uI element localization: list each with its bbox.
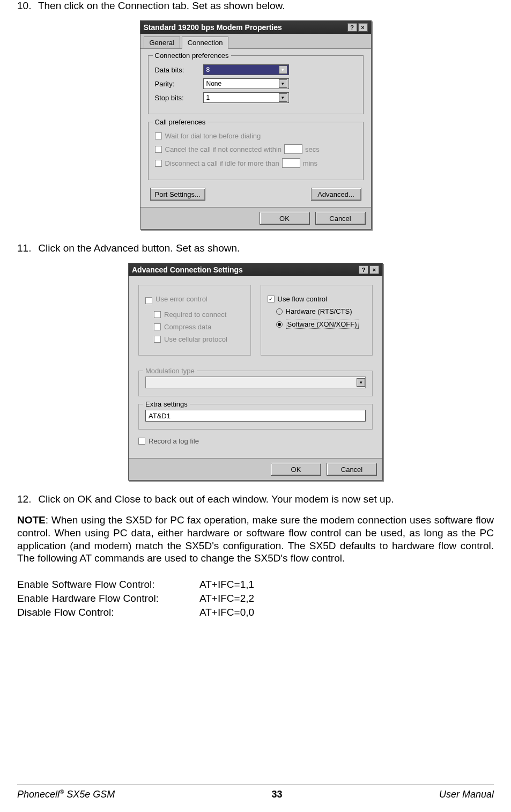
step-12-text: Click on OK and Close to back out of eac… [38,493,394,505]
cmd-value: AT+IFC=2,2 [199,593,254,604]
ok-button[interactable]: OK [260,212,310,225]
hardware-label: Hardware (RTS/CTS) [286,307,352,315]
step-11: 11. Click on the Advanced button. Set as… [17,242,494,254]
chevron-down-icon[interactable]: ▾ [357,378,365,387]
use-flow-label: Use flow control [278,295,327,303]
dialog2-title: Advanced Connection Settings [132,265,243,274]
close-icon[interactable]: × [369,265,379,274]
note-paragraph: NOTE: When using the SX5D for PC fax ope… [17,514,494,565]
footer-right: User Manual [439,789,494,800]
disconnect-label: Disconnect a call if idle for more than [165,159,279,167]
extra-settings-input[interactable] [145,410,366,422]
chevron-down-icon[interactable]: ▾ [279,79,287,88]
page-footer: Phonecell® SX5e GSM 33 User Manual [17,785,494,800]
help-icon[interactable]: ? [347,23,357,32]
step-10-text: Then click on the Connection tab. Set as… [38,0,285,11]
cellular-label: Use cellular protocol [164,335,227,343]
step-10: 10. Then click on the Connection tab. Se… [17,0,494,12]
use-error-label: Use error control [155,295,208,303]
step-11-text: Click on the Advanced button. Set as sho… [38,242,240,254]
ok-button[interactable]: OK [271,463,321,476]
note-text: : When using the SX5D for PC fax operati… [17,514,494,564]
advanced-button[interactable]: Advanced... [311,188,361,201]
disconnect-mins-input[interactable] [282,158,300,168]
compress-label: Compress data [164,323,211,331]
parity-value: None [206,80,222,87]
call-preferences-group: Call preferences Wait for dial tone befo… [148,122,364,180]
chevron-down-icon[interactable]: ▾ [279,93,287,102]
tab-connection[interactable]: Connection [182,36,229,49]
cmd-value: AT+IFC=0,0 [199,607,254,618]
parity-select[interactable]: None ▾ [203,78,289,89]
use-error-checkbox[interactable] [145,297,152,304]
databits-value: 8 [206,66,210,73]
dialog1-titlebar: Standard 19200 bps Modem Properties ? × [140,21,371,34]
cmd-label: Enable Software Flow Control: [17,579,199,590]
cancel-checkbox[interactable] [155,146,162,153]
table-row: Enable Hardware Flow Control: AT+IFC=2,2 [17,593,494,604]
error-control-group: Use error control Required to connect Co… [138,285,251,356]
stopbits-select[interactable]: 1 ▾ [203,92,289,103]
modulation-select[interactable]: ▾ [145,377,366,388]
modulation-group: Modulation type ▾ [138,371,373,396]
cancel-unit: secs [305,145,320,153]
close-icon[interactable]: × [358,23,368,32]
cmd-label: Disable Flow Control: [17,607,199,618]
stopbits-value: 1 [206,94,210,101]
wait-checkbox[interactable] [155,132,162,139]
use-flow-checkbox[interactable] [268,296,275,302]
wait-label: Wait for dial tone before dialing [165,132,261,140]
cmd-label: Enable Hardware Flow Control: [17,593,199,604]
cancel-button[interactable]: Cancel [315,212,366,225]
record-log-label: Record a log file [149,437,199,445]
page-number: 33 [272,789,283,800]
advanced-connection-dialog: Advanced Connection Settings ? × Use err… [128,263,383,481]
dialog1-tabs: General Connection [140,34,371,49]
disconnect-unit: mins [303,159,317,167]
step-12: 12. Click on OK and Close to back out of… [17,493,494,505]
cancel-secs-input[interactable] [284,144,302,154]
port-settings-button[interactable]: Port Settings... [150,188,205,201]
step-10-num: 10. [17,0,35,12]
extra-legend: Extra settings [143,400,190,408]
help-icon[interactable]: ? [359,265,368,274]
stopbits-label: Stop bits: [155,94,203,102]
hardware-radio[interactable] [276,308,283,315]
cmd-value: AT+IFC=1,1 [199,579,254,590]
at-commands-table: Enable Software Flow Control: AT+IFC=1,1… [17,579,494,618]
table-row: Enable Software Flow Control: AT+IFC=1,1 [17,579,494,590]
extra-settings-group: Extra settings [138,404,373,430]
call-pref-legend: Call preferences [153,118,208,126]
modem-properties-dialog: Standard 19200 bps Modem Properties ? × … [140,20,372,230]
cellular-checkbox[interactable] [154,336,161,343]
software-radio[interactable] [276,321,283,328]
cancel-button[interactable]: Cancel [327,463,377,476]
note-label: NOTE [17,514,46,526]
step-11-num: 11. [17,242,35,254]
required-label: Required to connect [164,311,226,319]
cancel-label: Cancel the call if not connected within [165,145,282,153]
modulation-legend: Modulation type [143,367,197,375]
flow-control-group: Use flow control Hardware (RTS/CTS) Soft… [261,285,373,356]
software-label: Software (XON/XOFF) [286,320,359,329]
connection-preferences-group: Connection preferences Data bits: 8 ▾ Pa… [148,55,364,114]
required-checkbox[interactable] [154,311,161,318]
parity-label: Parity: [155,80,203,88]
databits-select[interactable]: 8 ▾ [203,64,289,75]
dialog1-title: Standard 19200 bps Modem Properties [144,23,282,32]
step-12-num: 12. [17,493,35,505]
table-row: Disable Flow Control: AT+IFC=0,0 [17,607,494,618]
record-log-checkbox[interactable] [138,438,145,445]
databits-label: Data bits: [155,66,203,74]
disconnect-checkbox[interactable] [155,160,162,167]
conn-pref-legend: Connection preferences [153,51,231,60]
compress-checkbox[interactable] [154,323,161,330]
chevron-down-icon[interactable]: ▾ [279,65,287,74]
tab-general[interactable]: General [144,36,180,48]
footer-left: Phonecell® SX5e GSM [17,788,115,800]
dialog2-titlebar: Advanced Connection Settings ? × [129,263,382,276]
